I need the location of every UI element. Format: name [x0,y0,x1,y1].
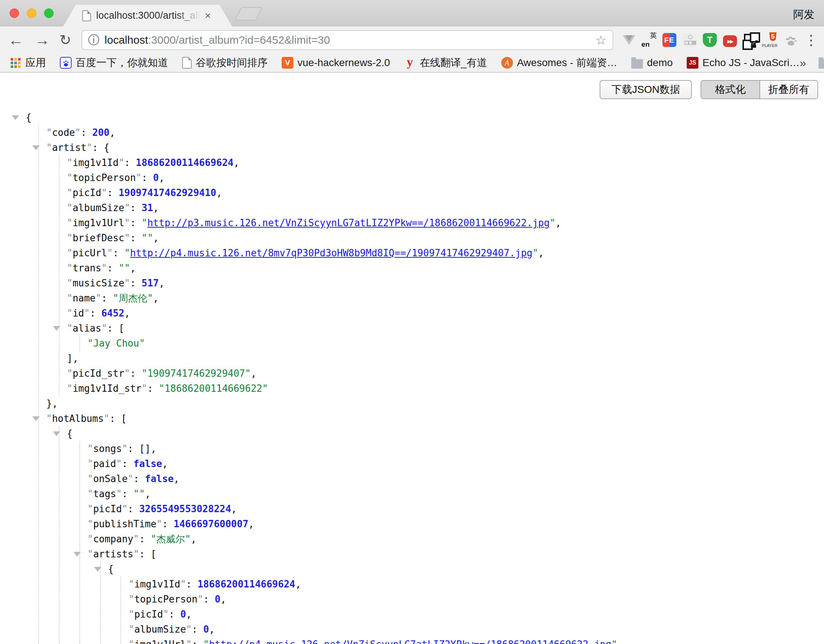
indent-guide [59,637,60,644]
indent-guide [38,637,39,644]
indent-guide [38,200,39,216]
collapse-all-button[interactable]: 折叠所有 [759,81,817,98]
bookmark-star-icon[interactable]: ☆ [595,33,606,48]
bookmark-label: 在线翻译_有道 [420,56,487,70]
json-line-text: "trans": "", [67,261,136,276]
html5-player-icon[interactable] [763,33,777,47]
address-bar[interactable]: ⓘ localhost:3000/artist_album?id=6452&li… [81,30,613,50]
bookmark-label: demo [647,57,673,69]
indent-guide [38,561,39,577]
indent-guide [79,456,80,472]
collapse-toggle-icon[interactable] [32,417,40,421]
bookmark-item-awesomes[interactable]: Awesomes - 前端资… [501,56,617,70]
indent-guide [79,486,80,502]
indent-guide [100,592,101,607]
extension-icons [622,33,798,47]
json-url-link[interactable]: http://p4.music.126.net/8mv7qP30Pd3oHW8b… [130,247,532,258]
qrcode-icon[interactable] [743,33,757,47]
collapse-toggle-icon[interactable] [74,552,81,556]
browser-tab[interactable]: localhost:3000/artist_album?id × [63,5,232,26]
indent-guide [59,366,60,381]
sitemap-icon[interactable] [683,33,696,47]
collapse-toggle-icon[interactable] [53,432,60,436]
indent-guide [79,561,80,577]
bookmark-item-baidu[interactable]: 百度一下，你就知道 [60,56,168,70]
indent-guide [79,336,80,351]
collapse-toggle-icon[interactable] [12,115,19,120]
indent-guide [59,170,60,186]
json-line: "code": 200, [0,125,824,140]
bookmark-item-demo[interactable]: demo [631,57,673,69]
json-line: "picId": 19097417462929410, [0,185,824,200]
indent-guide [38,275,39,291]
indent-guide [38,290,39,306]
chrome-menu-icon[interactable]: ⋮ [804,32,817,48]
close-window-icon[interactable] [9,8,19,18]
apps-icon [9,57,21,69]
indent-guide [59,290,60,306]
fe-helper-icon[interactable] [663,33,676,47]
bookmark-item-vue-hackernews[interactable]: vue-hackernews-2.0 [281,57,390,69]
format-button[interactable]: 格式化 [701,81,759,98]
zoom-window-icon[interactable] [44,8,54,18]
indent-guide [100,637,101,644]
indent-guide [59,275,60,291]
json-line: ], [0,351,824,366]
tampermonkey-icon[interactable] [703,33,717,47]
bookmarks-overflow-icon[interactable]: » [800,56,806,70]
minimize-window-icon[interactable] [27,8,36,18]
json-line-text: "img1v1Url": "http://p4.music.126.net/Vn… [129,637,623,644]
forward-icon[interactable]: → [34,32,50,48]
json-line: "artist": { [0,140,824,155]
indent-guide [59,336,60,351]
indent-guide [38,576,39,592]
indent-guide [59,350,60,366]
bookmark-item-google-sort[interactable]: 谷歌按时间排序 [182,56,268,70]
indent-guide [59,381,60,397]
indent-guide [38,350,39,366]
json-line: "img1v1Url": "http://p4.music.126.net/Vn… [0,637,824,644]
collapse-toggle-icon[interactable] [32,145,40,150]
bookmark-item-youdao[interactable]: 在线翻译_有道 [404,56,487,70]
url-text[interactable]: localhost:3000/artist_album?id=6452&limi… [105,34,330,46]
json-line: "alias": [ [0,321,824,336]
indent-guide [79,607,80,622]
json-line: "id": 6452, [0,306,824,321]
back-icon[interactable]: ← [8,32,23,48]
bookmark-label: 百度一下，你就知道 [75,56,168,70]
new-tab-button[interactable] [235,7,263,20]
indent-guide [38,592,39,607]
vuehn-icon [281,57,294,69]
json-line-text: "artists": [ [88,547,157,562]
bookmark-item-apps[interactable]: 应用 [9,56,46,70]
indent-guide [120,622,121,637]
json-url-link[interactable]: http://p3.music.126.net/VnZiScyynLG7atLI… [147,217,550,228]
bookmarks-bar: 应用百度一下，你就知道谷歌按时间排序vue-hackernews-2.0在线翻译… [0,54,824,73]
reload-icon[interactable]: ↻ [60,33,71,47]
tab-close-icon[interactable]: × [205,11,211,21]
bookmark-label: vue-hackernews-2.0 [297,57,390,69]
other-bookmarks-button[interactable]: 其他书签 [818,56,824,70]
translate-icon[interactable] [642,33,656,47]
json-line-text: "paid": false, [88,456,168,472]
vue-devtools-icon[interactable] [622,33,636,47]
collapse-toggle-icon[interactable] [53,326,60,331]
json-line-text: "picId": 3265549553028224, [88,501,237,516]
indent-guide [59,561,60,577]
indent-guide [59,592,60,607]
video-player-icon[interactable] [723,35,737,47]
doc-icon [182,57,192,69]
collapse-toggle-icon[interactable] [94,567,101,572]
paw-icon[interactable] [784,33,798,47]
json-line-text: "code": 200, [46,125,115,140]
indent-guide [59,486,60,502]
json-line-text: "img1v1Id": 18686200114669624, [67,155,240,171]
page-info-icon[interactable]: ⓘ [88,32,100,48]
indent-guide [38,501,39,517]
json-url-link[interactable]: http://p4.music.126.net/VnZiScyynLG7atLI… [209,639,611,644]
bookmark-item-echojs[interactable]: Echo JS - JavaScri… [687,57,800,69]
indent-guide [59,230,60,246]
json-line-text: "tags": "", [88,486,151,501]
download-json-button[interactable]: 下载JSON数据 [600,80,692,99]
profile-name[interactable]: 阿发 [793,7,815,22]
